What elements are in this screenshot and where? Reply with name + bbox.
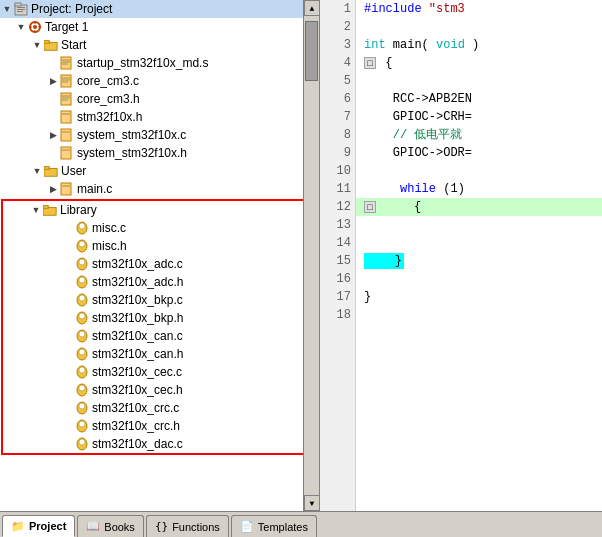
expand-user-icon: ▼ bbox=[32, 166, 42, 176]
tree-target[interactable]: ▼ Target 1 bbox=[0, 18, 319, 36]
library-section: ▼ Library ▶ misc.c bbox=[1, 199, 318, 455]
tree-file-misch[interactable]: ▶ misc.h bbox=[3, 237, 316, 255]
tree-file-cech[interactable]: ▶ stm32f10x_cec.h bbox=[3, 381, 316, 399]
scroll-track bbox=[304, 16, 319, 495]
tree-user-label: User bbox=[61, 163, 86, 179]
expand-library-icon: ▼ bbox=[31, 205, 41, 215]
fn-main-close: ) bbox=[472, 38, 479, 52]
svg-point-46 bbox=[79, 295, 85, 301]
scroll-up-btn[interactable]: ▲ bbox=[304, 0, 320, 16]
file-crcc-label: stm32f10x_crc.c bbox=[92, 400, 179, 416]
tree-file-bkph[interactable]: ▶ stm32f10x_bkp.h bbox=[3, 309, 316, 327]
svg-point-56 bbox=[79, 385, 85, 391]
tree-folder-start[interactable]: ▼ Start bbox=[0, 36, 319, 54]
while-indent bbox=[364, 182, 393, 196]
tree-file-corecm3c[interactable]: ▶ core_cm3.c bbox=[0, 72, 319, 90]
file-mainc-label: main.c bbox=[77, 181, 112, 197]
scroll-down-btn[interactable]: ▼ bbox=[304, 495, 320, 511]
svg-point-52 bbox=[79, 349, 85, 355]
tree-file-crch[interactable]: ▶ stm32f10x_crc.h bbox=[3, 417, 316, 435]
code-line-14 bbox=[356, 234, 602, 252]
tree-file-systemh[interactable]: ▶ system_stm32f10x.h bbox=[0, 144, 319, 162]
tab-templates[interactable]: 📄 Templates bbox=[231, 515, 317, 537]
code-line-12: □ { bbox=[356, 198, 602, 216]
file-corecm3c-label: core_cm3.c bbox=[77, 73, 139, 89]
svg-rect-3 bbox=[17, 9, 25, 10]
tree-root[interactable]: ▼ Project: Project bbox=[0, 0, 319, 18]
comment-low: // 低电平就 bbox=[364, 128, 462, 142]
scroll-thumb[interactable] bbox=[305, 21, 318, 81]
file-icon-startup bbox=[60, 56, 74, 70]
ln-14: 14 bbox=[320, 234, 355, 252]
fn-main: main( bbox=[393, 38, 429, 52]
tree-file-adch[interactable]: ▶ stm32f10x_adc.h bbox=[3, 273, 316, 291]
svg-rect-2 bbox=[17, 7, 25, 8]
tree-file-adcc[interactable]: ▶ stm32f10x_adc.c bbox=[3, 255, 316, 273]
code-line-8: // 低电平就 bbox=[356, 126, 602, 144]
file-icon-crcc bbox=[75, 401, 89, 415]
tree-file-cecc[interactable]: ▶ stm32f10x_cec.c bbox=[3, 363, 316, 381]
tree-file-mainc[interactable]: ▶ main.c bbox=[0, 180, 319, 198]
file-icon-canh bbox=[75, 347, 89, 361]
tab-functions[interactable]: {} Functions bbox=[146, 515, 229, 537]
tree-file-crcc[interactable]: ▶ stm32f10x_crc.c bbox=[3, 399, 316, 417]
svg-rect-17 bbox=[61, 75, 71, 87]
tree-folder-user[interactable]: ▼ User bbox=[0, 162, 319, 180]
svg-point-44 bbox=[79, 277, 85, 283]
tree-file-bkpc[interactable]: ▶ stm32f10x_bkp.c bbox=[3, 291, 316, 309]
file-icon-stm32h bbox=[60, 110, 74, 124]
code-line-15: } bbox=[356, 252, 602, 270]
code-editor[interactable]: #include "stm3 int main( void ) □ { bbox=[356, 0, 602, 511]
ln-18: 18 bbox=[320, 306, 355, 324]
ln-2: 2 bbox=[320, 18, 355, 36]
code-line-2 bbox=[356, 18, 602, 36]
brace-open-4: { bbox=[385, 56, 392, 70]
tab-books[interactable]: 📖 Books bbox=[77, 515, 144, 537]
file-cech-label: stm32f10x_cec.h bbox=[92, 382, 183, 398]
tree-file-canh[interactable]: ▶ stm32f10x_can.h bbox=[3, 345, 316, 363]
file-systemc-label: system_stm32f10x.c bbox=[77, 127, 186, 143]
file-stm32h-label: stm32f10x.h bbox=[77, 109, 142, 125]
expand-start-icon: ▼ bbox=[32, 40, 42, 50]
code-line-17: } bbox=[356, 288, 602, 306]
expand-root-icon: ▼ bbox=[2, 4, 12, 14]
ln-3: 3 bbox=[320, 36, 355, 54]
code-line-18 bbox=[356, 306, 602, 324]
tree-file-systemc[interactable]: ▶ system_stm32f10x.c bbox=[0, 126, 319, 144]
svg-point-58 bbox=[79, 403, 85, 409]
tree-file-miscc[interactable]: ▶ misc.c bbox=[3, 219, 316, 237]
svg-rect-25 bbox=[61, 111, 71, 123]
tree-file-stm32h[interactable]: ▶ stm32f10x.h bbox=[0, 108, 319, 126]
svg-rect-4 bbox=[17, 11, 23, 12]
file-systemh-label: system_stm32f10x.h bbox=[77, 145, 187, 161]
svg-point-54 bbox=[79, 367, 85, 373]
tree-scrollbar[interactable]: ▲ ▼ bbox=[303, 0, 319, 511]
tree-container[interactable]: ▼ Project: Project ▼ bbox=[0, 0, 319, 511]
tab-project[interactable]: 📁 Project bbox=[2, 515, 75, 537]
fold-btn-4[interactable]: □ bbox=[364, 57, 376, 69]
file-icon-cecc bbox=[75, 365, 89, 379]
svg-rect-33 bbox=[61, 183, 71, 195]
tree-file-canc[interactable]: ▶ stm32f10x_can.c bbox=[3, 327, 316, 345]
svg-rect-32 bbox=[44, 167, 49, 170]
kw-int: int bbox=[364, 38, 386, 52]
svg-rect-1 bbox=[15, 3, 21, 6]
gpioc-odr: GPIOC->ODR= bbox=[364, 146, 472, 160]
ln-8: 8 bbox=[320, 126, 355, 144]
kw-include: #include bbox=[364, 2, 422, 16]
ln-7: 7 bbox=[320, 108, 355, 126]
expand-target-icon: ▼ bbox=[16, 22, 26, 32]
tree-file-dacc[interactable]: ▶ stm32f10x_dac.c bbox=[3, 435, 316, 453]
while-cond: (1) bbox=[443, 182, 465, 196]
folder-start-icon bbox=[44, 38, 58, 52]
code-line-11: while (1) bbox=[356, 180, 602, 198]
expand-mainc-icon: ▶ bbox=[48, 184, 58, 194]
tab-functions-icon: {} bbox=[155, 520, 168, 533]
tree-file-corecm3h[interactable]: ▶ core_cm3.h bbox=[0, 90, 319, 108]
svg-point-40 bbox=[79, 241, 85, 247]
tree-file-startup[interactable]: ▶ startup_stm32f10x_md.s bbox=[0, 54, 319, 72]
tree-folder-library[interactable]: ▼ Library bbox=[3, 201, 316, 219]
ln-10: 10 bbox=[320, 162, 355, 180]
fold-btn-12[interactable]: □ bbox=[364, 201, 376, 213]
folder-library-icon bbox=[43, 203, 57, 217]
